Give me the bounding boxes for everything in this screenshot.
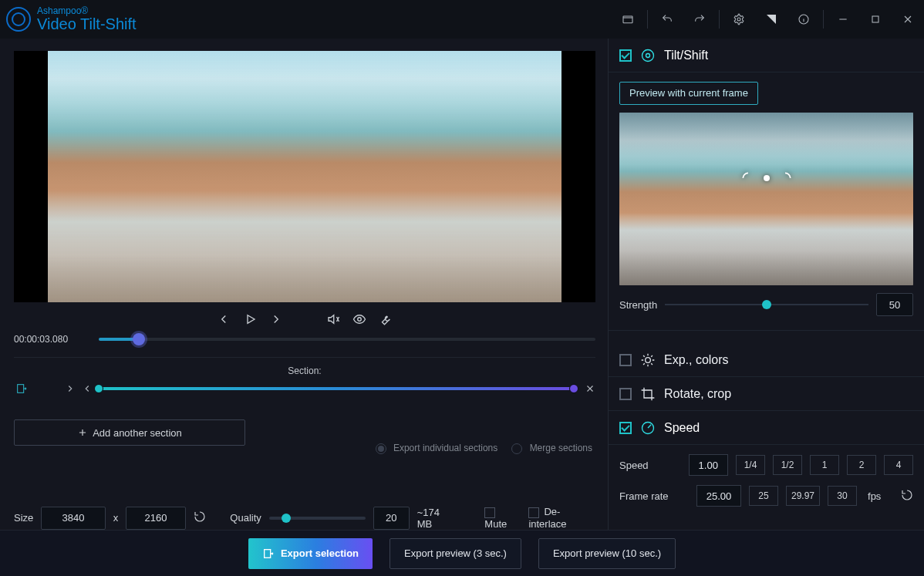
svg-rect-10 — [265, 549, 271, 557]
svg-point-8 — [646, 357, 651, 362]
panel-header-tilt[interactable]: Tilt/Shift — [609, 39, 924, 72]
speed-preset-4[interactable]: 4 — [884, 455, 913, 475]
undo-button[interactable] — [651, 0, 683, 39]
quality-slider[interactable] — [269, 517, 366, 520]
export-individual-radio[interactable]: Export individual sections — [376, 443, 498, 454]
panel-header-exp[interactable]: Exp., colors — [609, 343, 924, 377]
bottom-bar: Export selection Export preview (3 sec.)… — [0, 530, 924, 576]
tilt-enable-checkbox[interactable] — [619, 49, 632, 62]
fps-preset-1[interactable]: 29.97 — [786, 486, 820, 506]
section-row — [14, 381, 595, 396]
section-export-icon[interactable] — [14, 381, 29, 396]
play-button[interactable] — [243, 312, 257, 326]
speed-preset-0[interactable]: 1/4 — [736, 455, 765, 475]
merge-sections-radio[interactable]: Merge sections — [511, 443, 592, 454]
export-preview-3-button[interactable]: Export preview (3 sec.) — [389, 538, 521, 569]
speed-preset-3[interactable]: 2 — [847, 455, 876, 475]
close-button[interactable] — [892, 0, 924, 39]
section-start-handle[interactable] — [94, 384, 103, 393]
exp-enable-checkbox[interactable] — [619, 354, 632, 366]
export-selection-button[interactable]: Export selection — [248, 538, 373, 569]
panel-speed: Speed Speed 1.00 1/4 1/2 1 2 4 Frame rat… — [609, 411, 924, 530]
framerate-label: Frame rate — [619, 490, 689, 502]
strength-slider[interactable] — [665, 304, 868, 305]
strength-value[interactable]: 50 — [876, 293, 913, 316]
speed-preset-2[interactable]: 1 — [810, 455, 839, 475]
section-remove-button[interactable] — [585, 383, 595, 394]
prev-frame-button[interactable] — [217, 312, 231, 326]
export-settings: Size 3840 x 2160 Quality 20 ~174 MB Mute… — [14, 506, 595, 530]
add-section-label: Add another section — [93, 427, 182, 439]
strength-thumb[interactable] — [762, 300, 771, 309]
svg-rect-3 — [872, 16, 878, 22]
video-preview[interactable] — [14, 51, 595, 302]
quality-thumb[interactable] — [282, 514, 291, 523]
fps-suffix: fps — [868, 490, 881, 502]
maximize-button[interactable] — [859, 0, 892, 39]
rotate-enable-checkbox[interactable] — [619, 388, 632, 400]
fps-preset-0[interactable]: 25 — [749, 486, 778, 506]
section-track[interactable] — [99, 387, 574, 390]
export-preview-10-button[interactable]: Export preview (10 sec.) — [538, 538, 676, 569]
mute-icon[interactable] — [326, 312, 340, 326]
framerate-value[interactable]: 25.00 — [696, 485, 741, 507]
crop-icon — [639, 386, 656, 403]
deinterlace-checkbox[interactable]: De-interlace — [528, 506, 595, 530]
svg-point-7 — [646, 53, 650, 57]
tilt-preview[interactable] — [619, 113, 913, 285]
timeline: 00:00:03.080 — [14, 334, 595, 345]
tilt-icon — [639, 47, 656, 64]
quality-label: Quality — [230, 512, 261, 524]
speed-label: Speed — [619, 460, 681, 471]
speed-enable-checkbox[interactable] — [619, 422, 632, 434]
rotate-title: Rotate, crop — [664, 387, 731, 401]
view-icon[interactable] — [352, 312, 366, 326]
redo-button[interactable] — [683, 0, 716, 39]
tools-icon[interactable] — [379, 312, 393, 326]
logo-icon — [6, 7, 31, 32]
svg-point-6 — [642, 49, 654, 61]
info-button[interactable] — [787, 0, 820, 39]
width-input[interactable]: 3840 — [41, 507, 105, 530]
height-input[interactable]: 2160 — [126, 507, 186, 530]
fps-preset-2[interactable]: 30 — [828, 486, 857, 506]
section-end-handle[interactable] — [569, 384, 578, 393]
export-selection-label: Export selection — [281, 547, 359, 559]
panel-exp-colors: Exp., colors — [609, 343, 924, 377]
theme-button[interactable] — [755, 0, 787, 39]
gauge-icon — [639, 419, 656, 436]
timecode: 00:00:03.080 — [14, 334, 88, 345]
speed-preset-1[interactable]: 1/2 — [773, 455, 802, 475]
section-prev-button[interactable] — [82, 383, 93, 394]
size-label: Size — [14, 512, 33, 524]
merge-options: Export individual sections Merge section… — [376, 443, 592, 454]
add-section-button[interactable]: Add another section — [14, 419, 245, 446]
panel-header-speed[interactable]: Speed — [609, 411, 924, 445]
sun-icon — [639, 352, 656, 369]
titlebar: Ashampoo® Video Tilt-Shift — [0, 0, 924, 39]
timeline-thumb[interactable] — [133, 333, 145, 345]
timeline-track[interactable] — [99, 338, 595, 341]
tilt-handles[interactable] — [740, 170, 793, 186]
brand-label: Ashampoo® — [37, 6, 137, 16]
est-size: ~174 MB — [417, 507, 456, 530]
svg-point-1 — [737, 18, 740, 21]
speed-value[interactable]: 1.00 — [689, 454, 728, 476]
panel-header-rotate[interactable]: Rotate, crop — [609, 377, 924, 411]
minimize-button[interactable] — [827, 0, 859, 39]
app-title: Video Tilt-Shift — [37, 16, 137, 32]
speed-title: Speed — [664, 421, 700, 435]
settings-button[interactable] — [723, 0, 755, 39]
next-frame-button[interactable] — [269, 312, 283, 326]
open-folder-button[interactable] — [612, 0, 644, 39]
svg-rect-0 — [623, 16, 632, 23]
mute-checkbox[interactable]: Mute — [484, 506, 521, 530]
framerate-reset-button[interactable] — [901, 489, 913, 504]
section-next-button[interactable] — [65, 383, 76, 394]
exp-title: Exp., colors — [664, 353, 729, 367]
preview-current-frame-button[interactable]: Preview with current frame — [619, 82, 758, 105]
size-reset-button[interactable] — [194, 510, 206, 525]
svg-point-4 — [358, 317, 362, 321]
player-controls — [14, 305, 595, 333]
quality-value[interactable]: 20 — [373, 507, 410, 530]
